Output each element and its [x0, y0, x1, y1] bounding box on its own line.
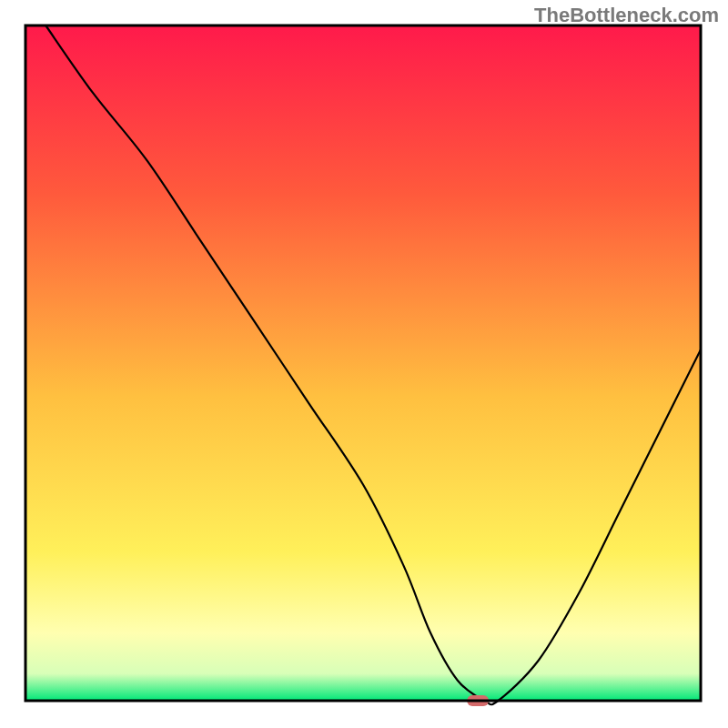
chart-container: TheBottleneck.com — [0, 0, 728, 728]
plot-background — [25, 25, 701, 701]
chart-svg — [0, 0, 728, 728]
watermark-text: TheBottleneck.com — [534, 4, 719, 27]
